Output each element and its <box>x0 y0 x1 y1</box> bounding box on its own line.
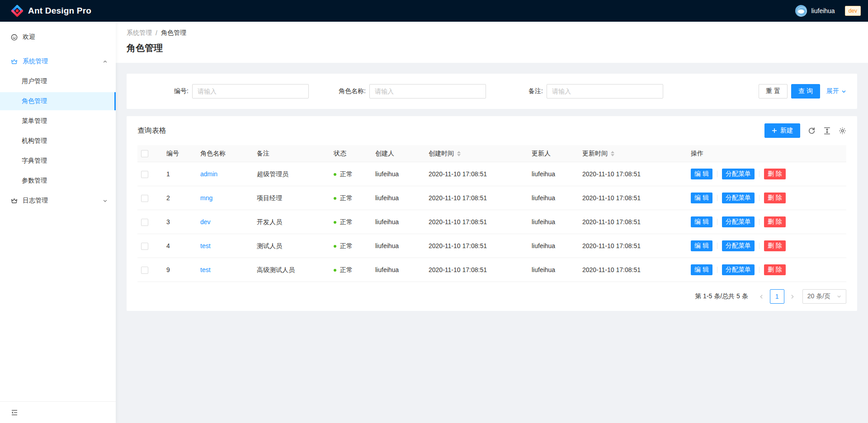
sidebar-item-log-mgmt[interactable]: 日志管理 <box>0 192 116 210</box>
sidebar-item-org-mgmt[interactable]: 机构管理 <box>0 132 116 150</box>
crown-icon <box>11 58 18 65</box>
delete-button[interactable]: 删 除 <box>764 240 786 251</box>
chevron-down-icon <box>103 198 108 203</box>
row-checkbox[interactable] <box>141 267 148 274</box>
row-checkbox[interactable] <box>141 171 148 178</box>
role-name-link[interactable]: admin <box>200 170 217 178</box>
menu-fold-icon <box>11 409 18 416</box>
account-menu[interactable]: liufeihua <box>790 5 840 17</box>
sidebar-item-label: 参数管理 <box>22 177 47 185</box>
role-name-link[interactable]: dev <box>200 218 211 226</box>
edit-button[interactable]: 编 辑 <box>691 169 712 179</box>
assign-menu-button[interactable]: 分配菜单 <box>722 169 755 179</box>
edit-button[interactable]: 编 辑 <box>691 193 712 203</box>
status-badge: 正常 <box>334 169 353 179</box>
sidebar-collapse-trigger[interactable] <box>0 401 116 423</box>
status-dot-icon <box>334 245 336 248</box>
next-page-button[interactable] <box>786 289 799 304</box>
role-name-input[interactable] <box>369 84 486 99</box>
breadcrumb-current: 角色管理 <box>161 29 186 37</box>
reload-icon[interactable] <box>808 127 816 135</box>
created-at-cell: 2020-11-10 17:08:51 <box>425 186 528 210</box>
sidebar-item-param-mgmt[interactable]: 参数管理 <box>0 172 116 190</box>
query-button[interactable]: 查 询 <box>791 84 820 99</box>
row-checkbox[interactable] <box>141 243 148 250</box>
role-name-link[interactable]: test <box>200 242 211 249</box>
table-header-row: 编号 角色名称 备注 状态 创建人 创建时间 更新人 <box>137 145 846 162</box>
id-input[interactable] <box>192 84 309 99</box>
delete-button[interactable]: 删 除 <box>764 193 786 203</box>
expand-label: 展开 <box>826 87 839 95</box>
search-field-id: 编号: <box>137 84 315 99</box>
page-size-select[interactable]: 20 条/页 <box>802 289 846 304</box>
role-name-link[interactable]: test <box>200 266 211 273</box>
assign-menu-button[interactable]: 分配菜单 <box>722 216 755 227</box>
edit-button[interactable]: 编 辑 <box>691 240 712 251</box>
search-field-remark: 备注: <box>492 84 669 99</box>
action-divider <box>717 219 717 225</box>
edit-button[interactable]: 编 辑 <box>691 264 712 275</box>
remark-label: 备注: <box>528 87 543 95</box>
search-actions: 重 置 查 询 展开 <box>669 84 846 99</box>
role-name-label: 角色名称: <box>339 87 366 95</box>
remark-input[interactable] <box>547 84 663 99</box>
row-checkbox[interactable] <box>141 195 148 202</box>
sidebar: 欢迎 系统管理 用户管理 角色管理 菜单 <box>0 22 116 423</box>
updater-cell: liufeihua <box>528 234 579 258</box>
row-checkbox[interactable] <box>141 219 148 226</box>
sidebar-item-label: 菜单管理 <box>22 117 47 125</box>
remark-cell: 超级管理员 <box>253 162 330 186</box>
select-arrow-icon <box>837 294 841 299</box>
username: liufeihua <box>811 7 835 14</box>
action-divider <box>759 219 760 225</box>
pagination-total: 第 1-5 条/总共 5 条 <box>695 292 748 301</box>
assign-menu-button[interactable]: 分配菜单 <box>722 193 755 203</box>
sidebar-item-menu-mgmt[interactable]: 菜单管理 <box>0 112 116 130</box>
updater-cell: liufeihua <box>528 186 579 210</box>
expand-link[interactable]: 展开 <box>826 87 846 95</box>
reset-button[interactable]: 重 置 <box>759 84 788 99</box>
table-row: 4 test 测试人员 正常 liufeihua 2020-11-10 17:0… <box>137 234 846 258</box>
sidebar-item-dict-mgmt[interactable]: 字典管理 <box>0 152 116 170</box>
column-height-icon[interactable] <box>823 127 831 135</box>
breadcrumb-parent[interactable]: 系统管理 <box>127 29 152 37</box>
sort-updated-at[interactable]: 更新时间 <box>582 149 614 158</box>
app-logo-icon <box>11 5 24 17</box>
sidebar-item-welcome[interactable]: 欢迎 <box>0 28 116 46</box>
col-creator: 创建人 <box>372 145 425 162</box>
create-button[interactable]: 新建 <box>764 123 800 138</box>
settings-icon[interactable] <box>839 127 846 135</box>
page-header: 系统管理 / 角色管理 角色管理 <box>116 22 868 63</box>
action-divider <box>759 243 760 249</box>
status-label: 正常 <box>340 265 353 275</box>
assign-menu-button[interactable]: 分配菜单 <box>722 264 755 275</box>
sort-created-at[interactable]: 创建时间 <box>429 149 461 158</box>
assign-menu-button[interactable]: 分配菜单 <box>722 240 755 251</box>
updated-at-cell: 2020-11-10 17:08:51 <box>579 258 687 282</box>
page-1-button[interactable]: 1 <box>770 289 784 304</box>
table-card: 查询表格 新建 <box>127 116 857 311</box>
sidebar-item-label: 日志管理 <box>23 197 48 205</box>
creator-cell: liufeihua <box>372 210 425 234</box>
search-field-role-name: 角色名称: <box>315 84 492 99</box>
col-status: 状态 <box>330 145 372 162</box>
sidebar-item-system-mgmt[interactable]: 系统管理 <box>0 52 116 70</box>
select-all-checkbox[interactable] <box>141 150 148 157</box>
delete-button[interactable]: 删 除 <box>764 169 786 179</box>
status-label: 正常 <box>340 241 353 251</box>
delete-button[interactable]: 删 除 <box>764 264 786 275</box>
role-name-link[interactable]: mng <box>200 194 212 202</box>
action-divider <box>717 195 717 201</box>
delete-button[interactable]: 删 除 <box>764 216 786 227</box>
col-created-at: 创建时间 <box>425 145 528 162</box>
remark-cell: 测试人员 <box>253 234 330 258</box>
id-field-label: 编号: <box>174 87 189 95</box>
sidebar-item-role-mgmt[interactable]: 角色管理 <box>0 92 116 110</box>
status-dot-icon <box>334 221 336 224</box>
edit-button[interactable]: 编 辑 <box>691 216 712 227</box>
prev-page-button[interactable] <box>755 289 768 304</box>
action-divider <box>717 171 717 177</box>
user-avatar[interactable] <box>795 5 807 17</box>
brand-title: Ant Design Pro <box>28 6 91 16</box>
sidebar-item-user-mgmt[interactable]: 用户管理 <box>0 72 116 90</box>
